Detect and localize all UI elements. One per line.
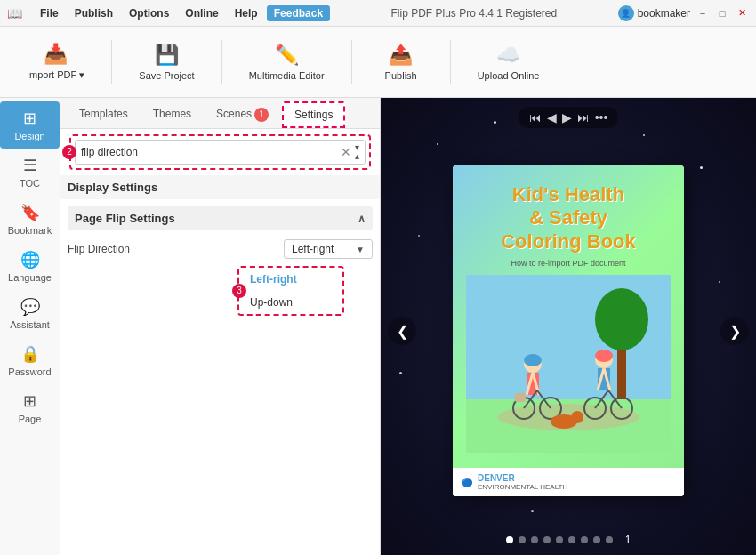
more-options-button[interactable]: ••• (595, 110, 608, 125)
prev-page-button[interactable]: ◀ (547, 110, 557, 125)
page-flip-title: Page Flip Settings (75, 212, 175, 225)
upload-icon: ☁️ (496, 44, 520, 67)
minimize-button[interactable]: − (696, 6, 710, 20)
search-clear-button[interactable]: ✕ (341, 145, 351, 159)
sidebar-item-assistant[interactable]: 💬 Assistant (0, 290, 60, 337)
search-arrow-up[interactable]: ▴ (355, 152, 359, 161)
svg-rect-25 (515, 393, 526, 402)
page-flip-chevron[interactable]: ∧ (358, 213, 366, 225)
flip-direction-label: Flip Direction (68, 243, 130, 255)
toolbar-separator-3 (351, 40, 352, 84)
menu-feedback[interactable]: Feedback (267, 5, 330, 21)
main-layout: ⊞ Design ☰ TOC 🔖 Bookmark 🌐 Language 💬 A… (0, 98, 756, 555)
flip-direction-dropdown[interactable]: Left-right ▼ (284, 239, 373, 259)
dot-6[interactable] (568, 536, 575, 543)
book-container: ❮ Kid's Health & Safety Coloring Book Ho… (381, 128, 756, 534)
upload-label: Upload Online (478, 70, 540, 81)
book-footer: 🔵 DENVER ENVIRONMENTAL HEALTH (453, 468, 684, 496)
password-icon: 🔒 (20, 344, 40, 364)
search-arrows: ▾ ▴ (355, 143, 359, 161)
book-page: Kid's Health & Safety Coloring Book How … (453, 165, 684, 496)
assistant-label: Assistant (10, 319, 50, 330)
step-2-badge: 2 (62, 145, 76, 159)
save-project-button[interactable]: 💾 Save Project (130, 38, 203, 86)
sidebar-item-bookmark[interactable]: 🔖 Bookmark (0, 196, 60, 243)
sidebar-icons: ⊞ Design ☰ TOC 🔖 Bookmark 🌐 Language 💬 A… (0, 98, 60, 555)
dot-7[interactable] (581, 536, 588, 543)
toolbar: 📥 Import PDF ▾ 💾 Save Project ✏️ Multime… (0, 27, 756, 98)
dropdown-popup: Left-right Up-down (239, 268, 342, 314)
preview-area: ⏮ ◀ ▶ ⏭ ••• ❮ Kid's Health & Safety Colo… (381, 98, 756, 555)
tab-themes[interactable]: Themes (141, 101, 203, 128)
tab-templates[interactable]: Templates (68, 101, 140, 128)
last-page-button[interactable]: ⏭ (577, 110, 590, 125)
settings-panel: Templates Themes Scenes1 Settings 2 ✕ ▾ … (60, 98, 381, 555)
sidebar-item-page[interactable]: ⊞ Page (0, 384, 60, 431)
preview-dots: 1 (506, 534, 631, 555)
menu-bar: File Publish Options Online Help Feedbac… (33, 5, 330, 21)
toolbar-separator-1 (111, 40, 112, 84)
menu-help[interactable]: Help (228, 5, 265, 21)
next-page-button[interactable]: ▶ (562, 110, 572, 125)
assistant-icon: 💬 (20, 297, 40, 317)
dropdown-item-left-right[interactable]: Left-right (239, 268, 342, 291)
multimedia-editor-button[interactable]: ✏️ Multimedia Editor (240, 38, 334, 86)
publish-button[interactable]: 📤 Publish (370, 38, 432, 86)
menu-options[interactable]: Options (122, 5, 176, 21)
footer-text-block: DENVER ENVIRONMENTAL HEALTH (478, 473, 567, 491)
chevron-down-icon: ▼ (356, 245, 365, 254)
svg-point-22 (571, 411, 583, 423)
import-pdf-button[interactable]: 📥 Import PDF ▾ (18, 37, 93, 86)
search-section: 2 ✕ ▾ ▴ (69, 134, 371, 170)
design-icon: ⊞ (23, 109, 36, 128)
publish-label: Publish (385, 70, 417, 81)
first-page-button[interactable]: ⏮ (529, 110, 542, 125)
dot-2[interactable] (519, 536, 526, 543)
toc-label: TOC (20, 178, 40, 189)
menu-file[interactable]: File (33, 5, 66, 21)
dot-1[interactable] (506, 536, 513, 543)
book-prev-button[interactable]: ❮ (388, 317, 416, 345)
page-icon: ⊞ (23, 391, 36, 411)
sidebar-item-password[interactable]: 🔒 Password (0, 337, 60, 384)
display-settings-header: Display Settings (60, 175, 380, 199)
bookmark-icon: 🔖 (20, 203, 40, 222)
tab-scenes[interactable]: Scenes1 (205, 101, 280, 128)
search-dashed-border: 2 ✕ ▾ ▴ (69, 134, 371, 170)
dot-3[interactable] (531, 536, 538, 543)
toolbar-separator-2 (221, 40, 222, 84)
search-input-row: ✕ ▾ ▴ (75, 140, 366, 165)
multimedia-icon: ✏️ (275, 44, 299, 67)
save-label: Save Project (139, 70, 194, 81)
close-button[interactable]: ✕ (735, 6, 749, 20)
upload-online-button[interactable]: ☁️ Upload Online (469, 38, 549, 86)
book-cover: Kid's Health & Safety Coloring Book How … (453, 165, 684, 468)
toc-icon: ☰ (23, 156, 37, 175)
flip-direction-row: Flip Direction Left-right ▼ (60, 234, 380, 264)
dot-4[interactable] (543, 536, 551, 543)
dropdown-item-up-down[interactable]: Up-down (239, 291, 342, 314)
sidebar-item-language[interactable]: 🌐 Language (0, 243, 60, 290)
page-label: Page (19, 414, 42, 424)
svg-point-23 (524, 354, 542, 366)
svg-point-24 (595, 350, 613, 362)
denver-d-logo: 🔵 (462, 478, 472, 487)
panel-tabs: Templates Themes Scenes1 Settings (60, 98, 380, 129)
dot-5[interactable] (556, 536, 563, 543)
book-title: Kid's Health & Safety Coloring Book (501, 183, 636, 253)
footer-logo-text: DENVER (478, 473, 567, 483)
tab-settings[interactable]: Settings (282, 101, 345, 128)
book-next-button[interactable]: ❯ (720, 317, 749, 345)
dot-8[interactable] (593, 536, 600, 543)
sidebar-item-toc[interactable]: ☰ TOC (0, 149, 60, 196)
menu-publish[interactable]: Publish (68, 5, 120, 21)
dropdown-dashed-border: 3 Left-right Up-down (237, 266, 344, 316)
maximize-button[interactable]: □ (715, 6, 729, 20)
search-input[interactable] (81, 146, 341, 158)
password-label: Password (8, 366, 51, 377)
sidebar-item-design[interactable]: ⊞ Design (0, 101, 60, 149)
language-label: Language (8, 272, 52, 283)
dot-9[interactable] (606, 536, 613, 543)
menu-online[interactable]: Online (178, 5, 225, 21)
design-label: Design (14, 131, 44, 141)
